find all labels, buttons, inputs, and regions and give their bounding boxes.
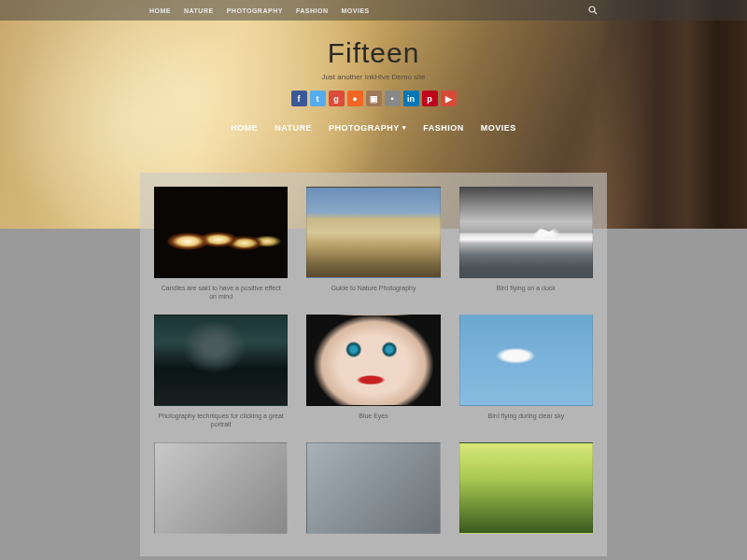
topnav-home[interactable]: HOME [149,7,171,14]
top-nav: HOME NATURE PHOTOGRAPHY FASHION MOVIES [0,0,747,21]
svg-line-1 [594,11,597,14]
topnav-photography[interactable]: PHOTOGRAPHY [227,7,283,14]
post-card[interactable]: Guide to Nature Photography [306,187,440,301]
post-grid: Candles are said to have a positive effe… [154,187,593,556]
instagram-icon[interactable]: ▣ [366,91,382,106]
rss-icon[interactable]: ● [347,91,363,106]
mainnav-nature[interactable]: NATURE [275,123,312,133]
post-caption: Guide to Nature Photography [306,284,440,301]
post-caption: Photography techniques for clicking a gr… [154,412,288,428]
post-card[interactable]: Bird flying on a dock [459,187,593,301]
post-thumbnail[interactable] [154,187,288,278]
twitter-icon[interactable]: t [310,91,326,106]
svg-point-0 [589,7,595,12]
mainnav-movies[interactable]: MOVIES [481,123,516,133]
linkedin-icon[interactable]: in [403,91,419,106]
flickr-icon[interactable]: • [385,91,401,106]
post-thumbnail[interactable] [306,315,440,406]
mainnav-photography[interactable]: PHOTOGRAPHY▾ [329,123,406,133]
google-icon[interactable]: g [329,91,345,106]
post-caption: Bird flying on a dock [459,284,593,301]
search-icon[interactable] [588,6,598,15]
post-caption: Candles are said to have a positive effe… [154,284,288,301]
post-card[interactable]: Photography techniques for clicking a gr… [154,315,288,428]
post-card[interactable] [306,442,440,556]
topnav-movies[interactable]: MOVIES [342,7,370,14]
post-thumbnail[interactable] [459,187,593,278]
post-thumbnail[interactable] [459,315,593,406]
site-tagline: Just another InkHive Demo site [0,73,747,81]
post-card[interactable]: Bird flying during clear sky [459,315,593,428]
youtube-icon[interactable]: ▶ [441,91,457,106]
site-title[interactable]: Fifteen [0,37,747,69]
post-card[interactable]: Blue Eyes [306,315,440,428]
post-caption: Blue Eyes [306,412,440,428]
social-row: f t g ● ▣ • in p ▶ [0,91,747,106]
post-thumbnail[interactable] [306,187,440,278]
post-thumbnail[interactable] [306,442,440,534]
post-card[interactable]: Candles are said to have a positive effe… [154,187,288,301]
post-card[interactable] [459,442,593,556]
topnav-nature[interactable]: NATURE [184,7,214,14]
pinterest-icon[interactable]: p [422,91,438,106]
mainnav-home[interactable]: HOME [231,123,258,133]
post-thumbnail[interactable] [154,442,288,534]
post-caption: Bird flying during clear sky [459,412,593,428]
post-thumbnail[interactable] [154,315,288,406]
post-caption [459,539,593,556]
post-thumbnail[interactable] [459,442,593,534]
facebook-icon[interactable]: f [291,91,307,106]
topnav-fashion[interactable]: FASHION [296,7,329,14]
mainnav-fashion[interactable]: FASHION [423,123,464,133]
post-caption [306,539,440,556]
content-panel: Candles are said to have a positive effe… [140,173,607,556]
main-nav: HOME NATURE PHOTOGRAPHY▾ FASHION MOVIES [0,123,747,133]
post-card[interactable] [154,442,288,556]
chevron-down-icon: ▾ [402,124,407,132]
post-caption [154,539,288,556]
